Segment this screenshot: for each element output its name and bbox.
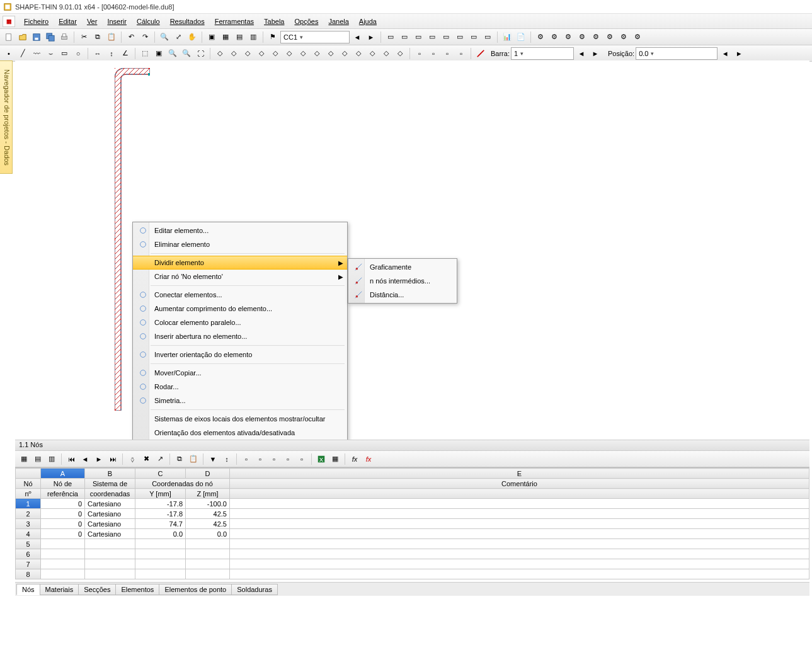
tbl-excel-icon[interactable]: X: [315, 453, 328, 465]
tbl-goto-icon[interactable]: ↗: [154, 453, 166, 465]
snap-5-icon[interactable]: ◇: [269, 47, 282, 60]
menu-ver[interactable]: Ver: [82, 16, 103, 26]
snap-8-icon[interactable]: ◇: [311, 47, 323, 60]
snap-6-icon[interactable]: ◇: [283, 47, 295, 60]
tbl-paste-icon[interactable]: 📋: [187, 453, 200, 465]
view-2-icon[interactable]: ▦: [219, 31, 232, 43]
redo-icon[interactable]: ↷: [139, 31, 151, 43]
tbl-calc-icon[interactable]: ▦: [329, 453, 341, 465]
view-1-icon[interactable]: ▣: [205, 31, 218, 43]
result-6-icon[interactable]: ▭: [454, 31, 466, 43]
dim-v-icon[interactable]: ↕: [105, 47, 118, 60]
undo-icon[interactable]: ↶: [125, 31, 137, 43]
ctx-item-6[interactable]: Conectar elementos...: [133, 288, 347, 302]
tbl-prev-icon[interactable]: ◄: [79, 453, 91, 465]
tbl-sort-icon[interactable]: ↕: [220, 453, 233, 465]
tool-f-icon[interactable]: ⚙: [603, 31, 616, 43]
ctx-item-14[interactable]: Rodar...: [133, 380, 347, 394]
tbl-fx2-icon[interactable]: fx: [362, 453, 375, 465]
next-lc-icon[interactable]: ►: [365, 31, 377, 43]
zoom-window-icon[interactable]: 🔍: [158, 31, 171, 43]
menu-ajuda[interactable]: Ajuda: [354, 16, 382, 26]
tbl-icon-3[interactable]: ▥: [45, 453, 58, 465]
tbl-fx-icon[interactable]: fx: [348, 453, 361, 465]
snap-11-icon[interactable]: ◇: [352, 47, 365, 60]
col-c[interactable]: C: [135, 469, 186, 479]
loadcase-combo[interactable]: CC1▾: [280, 31, 350, 43]
polyline-icon[interactable]: 〰: [30, 47, 43, 60]
tbl-filter-icon[interactable]: ▼: [207, 453, 219, 465]
snap-4-icon[interactable]: ◇: [255, 47, 268, 60]
menu-ferramentas[interactable]: Ferramentas: [210, 16, 259, 26]
menu-resultados[interactable]: Resultados: [165, 16, 210, 26]
tbl-last-icon[interactable]: ⏭: [106, 453, 119, 465]
col-d[interactable]: D: [186, 469, 230, 479]
menu-opcoes[interactable]: Opções: [289, 16, 323, 26]
ctx-item-3[interactable]: Dividir elemento▶: [133, 256, 347, 270]
menu-ficheiro[interactable]: Ficheiro: [19, 16, 54, 26]
subctx-item-2[interactable]: Distância...: [348, 288, 457, 302]
menu-tabela[interactable]: Tabela: [259, 16, 289, 26]
misc-1-icon[interactable]: ▫: [413, 47, 426, 60]
tab-soldaduras[interactable]: Soldaduras: [231, 584, 278, 595]
result-8-icon[interactable]: ▭: [481, 31, 494, 43]
pos-prev-icon[interactable]: ◄: [719, 47, 731, 60]
result-2-icon[interactable]: ▭: [398, 31, 411, 43]
barra-prev-icon[interactable]: ◄: [575, 47, 588, 60]
dim-h-icon[interactable]: ↔: [91, 47, 104, 60]
misc-4-icon[interactable]: ▫: [455, 47, 467, 60]
select-icon[interactable]: ⬚: [139, 47, 151, 60]
tbl-insert-icon[interactable]: ⎀: [126, 453, 139, 465]
tbl-icon-2[interactable]: ▤: [31, 453, 44, 465]
table-row[interactable]: 5: [16, 539, 809, 549]
arc-icon[interactable]: ⌣: [44, 47, 57, 60]
nodes-table[interactable]: A B C D E Nó Nó de Sistema de Coordenada…: [15, 467, 809, 581]
snap-9-icon[interactable]: ◇: [324, 47, 337, 60]
ctx-item-8[interactable]: Colocar elemento paralelo...: [133, 316, 347, 329]
col-b[interactable]: B: [85, 469, 135, 479]
snap-7-icon[interactable]: ◇: [297, 47, 309, 60]
tbl-delete-icon[interactable]: ✖: [140, 453, 152, 465]
save-icon[interactable]: [30, 31, 43, 43]
subctx-item-0[interactable]: Graficamente: [348, 260, 457, 274]
axes-toggle-icon[interactable]: [474, 47, 487, 60]
tbl-misc-4-icon[interactable]: ▫: [282, 453, 294, 465]
paste-icon[interactable]: 📋: [105, 31, 118, 43]
table-row[interactable]: 10Cartesiano-17.8-100.0: [16, 499, 809, 509]
menu-editar[interactable]: Editar: [54, 16, 82, 26]
project-navigator-tab[interactable]: Navegador de projetos - Dados: [0, 60, 13, 174]
snap-14-icon[interactable]: ◇: [394, 47, 406, 60]
table-row[interactable]: 40Cartesiano0.00.0: [16, 529, 809, 539]
zoom-out-icon[interactable]: 🔍: [180, 47, 193, 60]
tool-a-icon[interactable]: ⚙: [534, 31, 547, 43]
ctx-item-17[interactable]: Sistemas de eixos locais dos elementos m…: [133, 412, 347, 426]
new-icon[interactable]: [3, 31, 15, 43]
menu-calculo[interactable]: Cálculo: [132, 16, 165, 26]
view-4-icon[interactable]: ▥: [247, 31, 260, 43]
circle-icon[interactable]: ○: [72, 47, 84, 60]
subctx-item-1[interactable]: n nós intermédios...: [348, 274, 457, 288]
result-1-icon[interactable]: ▭: [384, 31, 397, 43]
copy-icon[interactable]: ⧉: [91, 31, 104, 43]
misc-3-icon[interactable]: ▫: [441, 47, 454, 60]
rect-icon[interactable]: ▭: [58, 47, 71, 60]
chart-icon[interactable]: 📊: [501, 31, 513, 43]
result-7-icon[interactable]: ▭: [467, 31, 480, 43]
col-a[interactable]: A: [41, 469, 85, 479]
table-row[interactable]: 6: [16, 549, 809, 559]
snap-12-icon[interactable]: ◇: [366, 47, 379, 60]
menu-janela[interactable]: Janela: [323, 16, 353, 26]
tbl-copy-icon[interactable]: ⧉: [173, 453, 186, 465]
point-icon[interactable]: •: [3, 47, 15, 60]
snap-10-icon[interactable]: ◇: [338, 47, 351, 60]
table-row[interactable]: 7: [16, 559, 809, 569]
tbl-misc-5-icon[interactable]: ▫: [295, 453, 308, 465]
result-4-icon[interactable]: ▭: [426, 31, 438, 43]
tbl-misc-2-icon[interactable]: ▫: [254, 453, 266, 465]
snap-13-icon[interactable]: ◇: [380, 47, 392, 60]
tool-e-icon[interactable]: ⚙: [590, 31, 602, 43]
tbl-next-icon[interactable]: ►: [93, 453, 105, 465]
tbl-misc-3-icon[interactable]: ▫: [268, 453, 280, 465]
result-5-icon[interactable]: ▭: [440, 31, 452, 43]
prev-lc-icon[interactable]: ◄: [351, 31, 363, 43]
